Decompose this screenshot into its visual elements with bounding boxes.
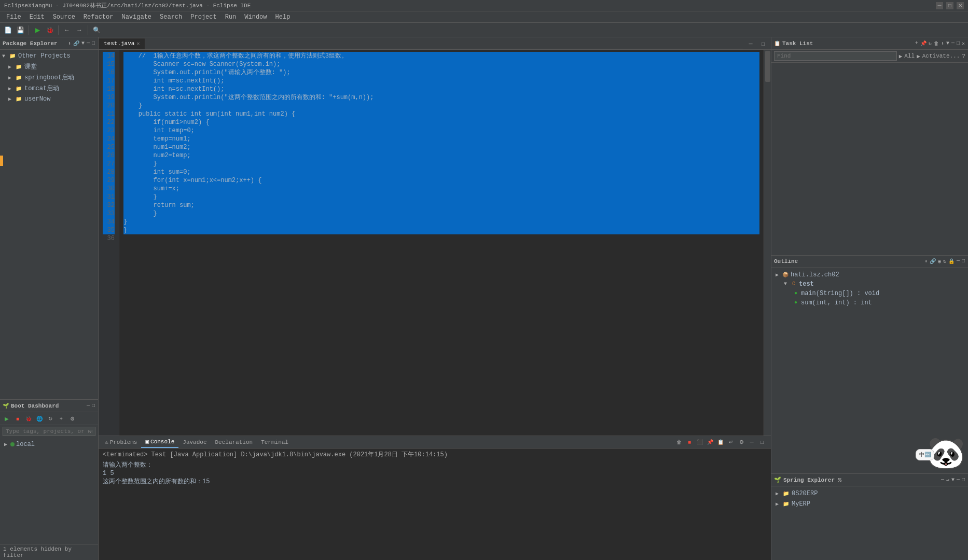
menu-refactor[interactable]: Refactor (79, 12, 118, 22)
debug-button[interactable]: 🐞 (44, 24, 56, 36)
menu-file[interactable]: File (2, 12, 25, 22)
bd-refresh-btn[interactable]: ↻ (46, 414, 55, 423)
tl-maximize[interactable]: □ (956, 40, 960, 47)
spring-item-0s20erp[interactable]: ▶ 📁 0S20ERP (773, 488, 966, 499)
tl-btn5[interactable]: ⬇ (941, 40, 945, 47)
spring-item-myerp[interactable]: ▶ 📁 MyERP (773, 499, 966, 509)
tree-item-other-projects[interactable]: ▼ 📁 Other Projects (0, 51, 98, 61)
bd-run-btn[interactable]: ▶ (2, 414, 11, 423)
menu-source[interactable]: Source (49, 12, 79, 22)
console-minimize-btn[interactable]: ─ (747, 438, 756, 447)
tl-minimize[interactable]: ─ (951, 40, 955, 47)
expand-0s20erp[interactable]: ▶ (776, 491, 782, 497)
outline-class-test[interactable]: ▼ C test (773, 279, 966, 289)
scrollbar-thumb[interactable] (765, 51, 770, 82)
menu-help[interactable]: Help (271, 12, 295, 22)
console-clear-btn[interactable]: 🗑 (674, 438, 684, 447)
tl-btn3[interactable]: ↻ (928, 40, 932, 47)
console-copy-btn[interactable]: 📋 (716, 438, 725, 447)
expand-myerp[interactable]: ▶ (776, 501, 782, 507)
editor-tab-test-java[interactable]: test.java ✕ (99, 38, 145, 49)
maximize-panel-button[interactable]: □ (91, 40, 95, 47)
new-button[interactable]: 📄 (2, 24, 13, 36)
collapse-all-button[interactable]: ⬇ (67, 40, 72, 47)
bd-settings-btn[interactable]: ⚙ (67, 414, 77, 423)
expand-icon-ketang[interactable]: ▶ (8, 64, 15, 70)
close-button[interactable]: ✕ (957, 2, 964, 9)
ol-btn5[interactable]: 🔒 (948, 258, 955, 265)
boot-search-input[interactable] (3, 427, 95, 436)
editor-scrollbar[interactable] (764, 50, 771, 436)
expand-test-class[interactable]: ▼ (784, 281, 790, 287)
editor-content[interactable]: 1415161718192021222324252627282930313233… (99, 50, 771, 436)
bd-stop-btn[interactable]: ■ (13, 414, 22, 423)
code-area[interactable]: // 1输入任意两个数，求这两个整数之间所有的和，使用方法则式3组数。 Scan… (119, 50, 764, 436)
tab-close-icon[interactable]: ✕ (136, 40, 140, 47)
forward-button[interactable]: → (74, 24, 85, 36)
expand-local[interactable]: ▶ (4, 441, 10, 447)
tree-item-springboot[interactable]: ▶ 📁 springboot启动 (0, 72, 98, 83)
menu-project[interactable]: Project (186, 12, 220, 22)
task-search-input[interactable] (774, 51, 897, 61)
ol-btn1[interactable]: ⬇ (924, 258, 928, 265)
se-minimize[interactable]: ─ (956, 477, 960, 484)
run-button[interactable]: ▶ (32, 24, 43, 36)
tl-btn4[interactable]: 🗑 (933, 40, 939, 47)
search-button[interactable]: 🔍 (91, 24, 102, 36)
tl-btn1[interactable]: + (915, 40, 919, 47)
se-btn3[interactable]: ▼ (951, 477, 955, 484)
tree-item-usernow[interactable]: ▶ 📁 userNow (0, 94, 98, 104)
tab-javadoc[interactable]: Javadoc (178, 437, 211, 448)
tl-btn6[interactable]: ▼ (946, 40, 950, 47)
tree-item-ketang[interactable]: ▶ 📁 课堂 (0, 61, 98, 72)
console-terminate-btn[interactable]: ⬛ (695, 438, 704, 447)
console-pin-btn[interactable]: 📌 (706, 438, 715, 447)
menu-edit[interactable]: Edit (25, 12, 49, 22)
menu-window[interactable]: Window (240, 12, 271, 22)
minimize-button[interactable]: ─ (936, 2, 943, 9)
back-button[interactable]: ← (61, 24, 73, 36)
task-opt-question[interactable]: ? (962, 53, 965, 60)
console-maximize-btn[interactable]: □ (757, 438, 767, 447)
ol-btn4[interactable]: ↻ (943, 258, 947, 265)
se-btn1[interactable]: ─ (941, 477, 945, 484)
outline-main-method[interactable]: ● main(String[]) : void (773, 289, 966, 298)
ol-minimize[interactable]: ─ (956, 258, 960, 265)
se-maximize[interactable]: □ (961, 477, 965, 484)
ol-btn3[interactable]: ◉ (937, 258, 942, 265)
tab-declaration[interactable]: Declaration (211, 437, 257, 448)
ol-maximize[interactable]: □ (961, 258, 965, 265)
editor-maximize[interactable]: □ (757, 38, 769, 49)
tl-btn2[interactable]: 📌 (920, 40, 927, 47)
boot-local-item[interactable]: ▶ local (2, 440, 96, 449)
view-menu-button[interactable]: ▼ (81, 40, 85, 47)
menu-search[interactable]: Search (156, 12, 186, 22)
tree-item-tomcat[interactable]: ▶ 📁 tomcat启动 (0, 83, 98, 94)
minimize-panel-button[interactable]: ─ (86, 40, 90, 47)
menu-run[interactable]: Run (221, 12, 241, 22)
tab-problems[interactable]: ⚠ Problems (101, 437, 141, 448)
expand-icon-tomcat[interactable]: ▶ (8, 86, 15, 92)
tl-close[interactable]: ✕ (961, 40, 965, 47)
bd-debug-btn[interactable]: 🐞 (24, 414, 33, 423)
bd-open-btn[interactable]: 🌐 (35, 414, 44, 423)
maximize-button[interactable]: □ (946, 2, 953, 9)
console-stop-btn[interactable]: ■ (685, 438, 694, 447)
expand-icon-usernow[interactable]: ▶ (8, 96, 15, 102)
bd-btn2[interactable]: □ (91, 402, 95, 409)
bd-add-btn[interactable]: + (57, 414, 66, 423)
console-settings-btn[interactable]: ⚙ (737, 438, 746, 447)
outline-package[interactable]: ▶ 📦 hati.lsz.ch02 (773, 270, 966, 279)
expand-package[interactable]: ▶ (776, 272, 782, 278)
console-wrap-btn[interactable]: ↵ (726, 438, 736, 447)
se-btn2[interactable]: ↩ (946, 477, 950, 484)
tab-console[interactable]: ▣ Console (141, 437, 178, 448)
bd-btn1[interactable]: ─ (86, 402, 90, 409)
tab-terminal[interactable]: Terminal (257, 437, 293, 448)
outline-sum-method[interactable]: ● sum(int, int) : int (773, 298, 966, 307)
task-opt-all[interactable]: All (904, 53, 915, 60)
editor-minimize[interactable]: ─ (745, 38, 756, 49)
menu-navigate[interactable]: Navigate (117, 12, 156, 22)
save-button[interactable]: 💾 (15, 24, 26, 36)
ol-btn2[interactable]: 🔗 (929, 258, 936, 265)
